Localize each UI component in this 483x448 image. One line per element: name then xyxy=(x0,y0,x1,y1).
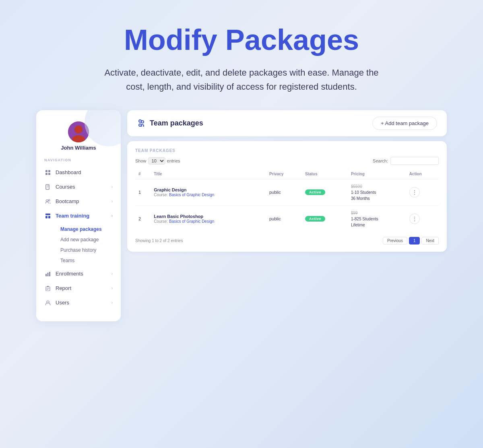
sidebar-label-enrollments: Enrollments xyxy=(56,271,111,277)
action-button-2[interactable]: ⋮ xyxy=(409,214,420,224)
subnav-purchase-history[interactable]: Purchase history xyxy=(56,245,121,255)
cell-pricing-1: $5500 1-10 Students 36 Months xyxy=(348,179,406,206)
pagination: Previous 1 Next xyxy=(383,237,439,245)
cell-action-1: ⋮ xyxy=(406,179,439,206)
user-profile: John Williams xyxy=(36,121,121,151)
table-row: 2 Learn Basic Photoshop Course: Basics o… xyxy=(135,206,439,232)
svg-rect-11 xyxy=(45,216,47,218)
main-panel: Team packages + Add team package TEAM PA… xyxy=(127,110,447,252)
status-badge: Active xyxy=(305,189,325,195)
packages-table: # Title Privacy Status Pricing Action 1 … xyxy=(135,169,439,232)
cell-status-2: Active xyxy=(302,206,348,232)
sidebar: John Williams NAVIGATION Dashboard Cours… xyxy=(36,110,121,321)
sidebar-item-dashboard[interactable]: Dashboard xyxy=(36,165,121,180)
hero-section: Modify Packages Activate, deactivate, ed… xyxy=(60,0,423,110)
cell-pricing-2: $99 1-825 Students Lifetime xyxy=(348,206,406,232)
status-badge-2: Active xyxy=(305,216,325,222)
table-section-label: TEAM PACKAGES xyxy=(135,148,439,153)
show-entries: Show 10 25 50 entries xyxy=(135,157,180,164)
panel-title: Team packages xyxy=(137,118,203,129)
panel-title-text: Team packages xyxy=(150,119,203,127)
cell-status-1: Active xyxy=(302,179,348,206)
search-area: Search: xyxy=(373,157,439,165)
action-button-1[interactable]: ⋮ xyxy=(409,187,420,197)
pagination-next[interactable]: Next xyxy=(421,237,439,245)
col-header-num: # xyxy=(135,169,151,179)
cell-title-2: Learn Basic Photoshop Course: Basics of … xyxy=(151,206,266,232)
bar-chart-icon xyxy=(44,270,52,277)
table-controls: Show 10 25 50 entries Search: xyxy=(135,157,439,165)
pagination-page-1[interactable]: 1 xyxy=(409,237,420,245)
cell-title-1: Graphic Design Course: Basics of Graphic… xyxy=(151,179,266,206)
chevron-right-icon-team: › xyxy=(111,214,113,218)
page-title: Modify Packages xyxy=(101,24,382,56)
subnav-manage-packages[interactable]: Manage packages xyxy=(56,224,121,234)
chevron-right-icon-users: › xyxy=(111,300,113,305)
avatar xyxy=(68,121,89,142)
sidebar-item-courses[interactable]: Courses › xyxy=(36,180,121,194)
page-description: Activate, deactivate, edit, and delete p… xyxy=(101,66,382,94)
svg-rect-12 xyxy=(48,216,50,218)
svg-point-1 xyxy=(74,125,83,134)
col-header-action: Action xyxy=(406,169,439,179)
grid-icon xyxy=(44,169,52,176)
entries-select[interactable]: 10 25 50 xyxy=(148,157,165,164)
panel-table: TEAM PACKAGES Show 10 25 50 entries Sear… xyxy=(127,141,447,252)
svg-rect-3 xyxy=(45,170,47,172)
team-training-subnav: Manage packages Add new package Purchase… xyxy=(36,223,121,267)
table-footer-text: Showing 1 to 2 of 2 entries xyxy=(135,238,183,243)
svg-rect-4 xyxy=(48,170,50,172)
sidebar-label-bootcamp: Bootcamp xyxy=(56,198,111,204)
pagination-previous[interactable]: Previous xyxy=(383,237,407,245)
svg-point-8 xyxy=(46,199,48,201)
entries-label: entries xyxy=(167,158,180,163)
cell-num-1: 1 xyxy=(135,179,151,206)
sidebar-label-team-training: Team training xyxy=(56,213,111,219)
users-icon xyxy=(44,198,52,205)
svg-rect-5 xyxy=(45,173,47,175)
panel-header: Team packages + Add team package xyxy=(127,110,447,136)
add-team-package-button[interactable]: + Add team package xyxy=(372,117,437,130)
user-name: John Williams xyxy=(61,145,96,151)
subnav-add-new-package[interactable]: Add new package xyxy=(56,234,121,245)
command-icon xyxy=(137,118,146,129)
col-header-pricing: Pricing xyxy=(348,169,406,179)
cell-privacy-1: public xyxy=(266,179,302,206)
clipboard-icon xyxy=(44,285,52,292)
search-input[interactable] xyxy=(390,157,439,165)
sidebar-item-enrollments[interactable]: Enrollments › xyxy=(36,267,121,281)
book-icon xyxy=(44,183,52,191)
chevron-right-icon-report: › xyxy=(111,286,113,290)
chevron-right-icon: › xyxy=(111,185,113,189)
sidebar-item-bootcamp[interactable]: Bootcamp › xyxy=(36,194,121,209)
svg-rect-16 xyxy=(46,287,50,291)
sidebar-label-users: Users xyxy=(56,300,111,306)
main-content: John Williams NAVIGATION Dashboard Cours… xyxy=(28,110,455,345)
svg-rect-15 xyxy=(49,272,50,276)
nav-section-label: NAVIGATION xyxy=(36,158,121,162)
svg-rect-14 xyxy=(47,273,49,276)
col-header-privacy: Privacy xyxy=(266,169,302,179)
chevron-right-icon-bootcamp: › xyxy=(111,199,113,203)
col-header-title: Title xyxy=(151,169,266,179)
sidebar-label-report: Report xyxy=(56,285,111,291)
chevron-right-icon-enroll: › xyxy=(111,271,113,276)
sidebar-item-report[interactable]: Report › xyxy=(36,281,121,296)
sidebar-label-courses: Courses xyxy=(56,184,111,190)
layout-icon xyxy=(44,212,52,220)
sidebar-item-team-training[interactable]: Team training › xyxy=(36,209,121,223)
svg-rect-6 xyxy=(48,173,50,175)
cell-privacy-2: public xyxy=(266,206,302,232)
subnav-teams[interactable]: Teams xyxy=(56,255,121,266)
sidebar-label-dashboard: Dashboard xyxy=(56,169,113,175)
sidebar-item-users[interactable]: Users › xyxy=(36,296,121,310)
search-label: Search: xyxy=(373,158,388,163)
col-header-status: Status xyxy=(302,169,348,179)
cell-action-2: ⋮ xyxy=(406,206,439,232)
svg-rect-13 xyxy=(45,274,47,276)
svg-rect-10 xyxy=(45,214,50,215)
show-label: Show xyxy=(135,158,147,163)
table-row: 1 Graphic Design Course: Basics of Graph… xyxy=(135,179,439,206)
user-icon xyxy=(44,299,52,306)
svg-point-9 xyxy=(48,199,50,201)
